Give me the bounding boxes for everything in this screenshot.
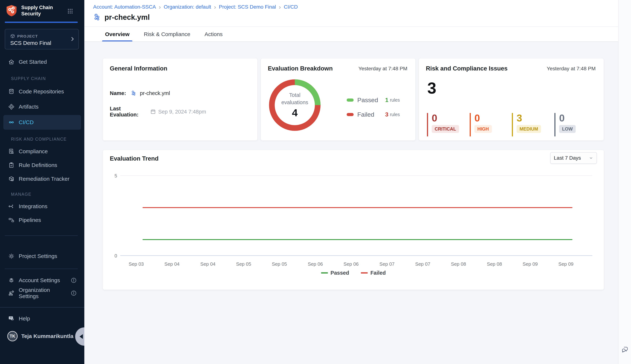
total-evaluations-value: 4 [292,107,298,119]
x-axis-tick-label: Sep 03 [129,261,144,267]
calendar-icon [150,109,156,114]
passed-line-swatch [321,272,328,274]
evaluation-trend-card: Evaluation Trend Last 7 Days 5 0 Sep 03 … [103,150,604,290]
sidebar-item-label: Get Started [19,59,47,65]
chat-support-icon[interactable] [621,346,629,354]
tab-risk-and-compliance[interactable]: Risk & Compliance [141,27,193,42]
sidebar-item-label: Rule Definitions [19,162,57,168]
severity-high: 0 HIGH [470,113,492,136]
general-information-card: General Information Name: pr-check.yml L… [103,58,258,140]
sidebar-item-help[interactable]: ? Help [3,311,81,326]
app-switcher-grid-icon[interactable] [67,8,73,14]
legend-item-passed: Passed 1 rules [347,96,400,104]
sidebar-item-rule-definitions[interactable]: Rule Definitions [3,158,81,172]
x-axis-tick-label: Sep 04 [164,261,179,267]
gear-icon [8,253,15,260]
sidebar-item-label: Remediation Tracker [19,176,70,182]
severity-badge: HIGH [475,125,492,133]
page-title: pr-check.yml [104,13,150,22]
sidebar-section-risk-and-compliance: RISK AND COMPLIANCE [11,137,67,142]
failed-count: 3 [385,111,388,118]
remediation-tracker-icon [8,176,15,182]
cicd-infinity-icon [8,119,15,126]
info-icon[interactable] [70,290,77,296]
passed-color-pill [347,98,354,102]
help-chat-icon: ? [8,315,15,322]
x-axis-tick-label: Sep 06 [344,261,359,267]
user-menu[interactable]: TK Teja Kummarikuntla [3,329,81,344]
compliance-document-icon [8,148,15,155]
project-name: SCS Demo Final [10,40,51,46]
sidebar-item-remediation-tracker[interactable]: Remediation Tracker [3,172,81,186]
evaluation-trend-line-chart: 5 0 Sep 03 Sep 04 Sep 04 Sep 05 Sep 05 S… [103,168,604,271]
total-evaluations-label: Total evaluations [279,92,310,106]
breadcrumb-project[interactable]: Project: SCS Demo Final [219,4,276,10]
card-timestamp: Yesterday at 7:48 PM [547,66,596,72]
sidebar-item-label: Help [19,316,30,322]
sidebar-section-supply-chain: SUPPLY CHAIN [11,76,46,82]
legend-unit: rules [390,98,400,103]
risk-and-compliance-issues-card: Risk and Compliance Issues Yesterday at … [419,58,604,140]
organization-settings-icon [8,290,15,296]
sidebar-item-project-settings[interactable]: Project Settings [3,249,81,264]
severity-badge: CRITICAL [432,125,459,133]
project-label: PROJECT [17,34,38,38]
pipeline-file-icon [131,90,137,96]
product-name: Supply Chain Security [21,4,56,17]
tab-overview[interactable]: Overview [102,27,132,42]
sidebar-divider [5,268,78,269]
time-range-value: Last 7 Days [554,155,581,161]
svg-text:?: ? [10,316,12,319]
sidebar-item-pipelines[interactable]: Pipelines [3,213,81,228]
failed-line-swatch [361,272,368,274]
sidebar-item-code-repositories[interactable]: Code Repositories [3,84,81,99]
user-name: Teja Kummarikuntla [21,333,74,339]
donut-legend: Passed 1 rules Failed 3 rules [347,96,400,126]
breadcrumb-cicd[interactable]: CI/CD [284,4,298,10]
shield-logo-icon [5,4,18,18]
sidebar-item-integrations[interactable]: Integrations [3,199,81,214]
sidebar-item-label: Compliance [19,148,48,154]
name-label: Name: [110,90,131,96]
sidebar-divider [5,236,78,236]
time-range-select[interactable]: Last 7 Days [550,152,597,164]
legend-item-failed: Failed [361,270,386,276]
tab-actions[interactable]: Actions [202,27,226,42]
breadcrumb-account[interactable]: Account: Automation-SSCA [93,4,156,10]
severity-badge: MEDIUM [517,125,541,133]
sidebar-item-label: Project Settings [19,253,57,259]
last-evaluation-row: Last Evaluation: Sep 9, 2024 7:48pm [110,106,206,118]
home-icon [8,58,15,65]
sidebar-section-manage: MANAGE [11,192,32,198]
project-selector[interactable]: PROJECT SCS Demo Final [5,29,79,50]
evaluation-breakdown-card: Evaluation Breakdown Yesterday at 7:48 P… [261,58,415,140]
last-evaluation-value: Sep 9, 2024 7:48pm [158,109,206,115]
x-axis-tick-label: Sep 09 [523,261,538,267]
pipeline-file-icon [93,13,102,22]
legend-label: Passed [331,270,349,276]
sidebar-item-label: Organization Settings [19,287,70,299]
x-axis-tick-label: Sep 05 [236,261,251,267]
legend-unit: rules [390,112,400,117]
sidebar-item-compliance[interactable]: Compliance [3,144,81,159]
sidebar-item-label: Code Repositories [19,88,64,95]
sidebar-item-artifacts[interactable]: Artifacts [3,100,81,114]
breadcrumb: Account: Automation-SSCA › Organization:… [93,4,298,10]
sidebar-item-cicd[interactable]: CI/CD [3,115,81,130]
last-evaluation-label: Last Evaluation: [110,106,150,118]
sidebar-item-account-settings[interactable]: Account Settings [3,273,81,288]
project-cube-icon [10,33,16,39]
severity-low: 0 LOW [554,113,576,136]
sidebar-footer-divider [0,307,84,308]
artifacts-icon [8,104,15,110]
sidebar-item-label: Artifacts [19,104,39,110]
sidebar-item-organization-settings[interactable]: Organization Settings [3,286,81,300]
tab-bar: Overview Risk & Compliance Actions [102,27,226,42]
breadcrumb-organization[interactable]: Organization: default [164,4,211,10]
sidebar-item-get-started[interactable]: Get Started [3,54,81,69]
x-axis-tick-label: Sep 05 [272,261,287,267]
sidebar: Supply Chain Security PROJECT SCS Demo F… [0,0,84,364]
sidebar-item-label: Integrations [19,203,48,210]
info-icon[interactable] [70,277,77,284]
severity-count: 3 [517,113,541,123]
